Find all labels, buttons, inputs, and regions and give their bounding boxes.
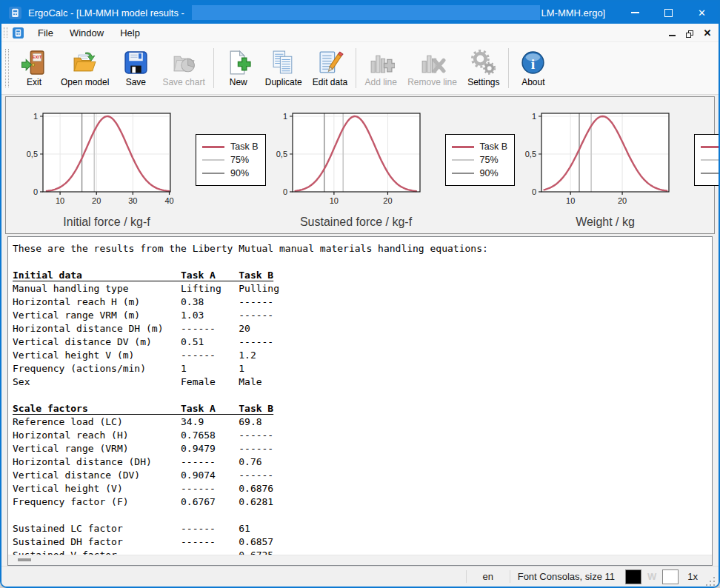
results-line: Scale factors Task A Task B — [13, 402, 712, 415]
app-icon — [9, 7, 21, 19]
chart-legend: Task A75%90% — [694, 134, 720, 186]
tool-label: Open model — [61, 77, 109, 87]
svg-text:10: 10 — [329, 196, 338, 205]
results-line: Vertical height V (m) ------ 1.2 — [13, 349, 712, 362]
results-panel[interactable]: These are the results from the Liberty M… — [7, 236, 713, 566]
legend-entry: 90% — [701, 167, 720, 180]
menu-window[interactable]: Window — [61, 25, 112, 41]
svg-text:0: 0 — [532, 187, 536, 196]
scrollbar-thumb[interactable] — [18, 558, 31, 561]
about-info-icon: i — [519, 49, 547, 76]
title-bar: ErgoCalc - [LM-MMH model results - LM-MM… — [1, 1, 719, 24]
legend-entry: Task B — [202, 140, 259, 153]
results-line: Sustained LC factor ------ 61 — [13, 522, 712, 535]
results-line: Vertical distance DV (m) 0.51 ------ — [13, 335, 712, 349]
mdi-restore-button[interactable] — [684, 27, 695, 38]
chart-weight-kg: 102000,51Weight / kgTask A75%90% — [515, 109, 720, 229]
legend-entry: 75% — [202, 153, 259, 167]
results-line: Vertical distance (DV) 0.9074 ------ — [13, 469, 712, 482]
zoom-level[interactable]: 1x — [687, 571, 698, 582]
results-line: Horizontal distance (DH) ------ 0.76 — [13, 455, 712, 469]
resize-grip[interactable] — [705, 576, 716, 587]
legend-entry: Task B — [452, 140, 508, 153]
legend-label: Task B — [480, 141, 508, 152]
tool-label: Save chart — [162, 77, 204, 87]
results-line: Sustained V factor ------ 0.6725 — [13, 549, 712, 555]
legend-line-sample — [202, 173, 224, 174]
tool-label: Duplicate — [265, 77, 302, 87]
toolbar: EXIT Exit Open model — [1, 42, 719, 95]
svg-text:0,5: 0,5 — [27, 150, 38, 158]
minimize-button[interactable] — [619, 1, 652, 24]
toolbar-grip[interactable] — [5, 49, 9, 87]
legend-line-sample — [701, 146, 720, 148]
exit-button[interactable]: EXIT Exit — [13, 47, 56, 89]
results-text: These are the results from the Liberty M… — [8, 237, 712, 555]
results-line: These are the results from the Liberty M… — [13, 242, 712, 255]
tool-label: New — [230, 77, 247, 87]
menubar-grip[interactable] — [4, 27, 7, 38]
tool-label: Save — [126, 77, 146, 87]
svg-text:0,5: 0,5 — [276, 150, 287, 158]
close-button[interactable]: ✕ — [685, 1, 719, 24]
svg-text:0: 0 — [33, 187, 38, 196]
mdi-close-icon: ✕ — [704, 29, 712, 38]
legend-line-sample — [452, 159, 474, 161]
legend-entry: 75% — [452, 153, 508, 167]
mdi-minimize-button[interactable] — [667, 27, 677, 38]
language-indicator[interactable]: en — [467, 571, 510, 582]
results-line: Initial data Task A Task B — [13, 269, 712, 282]
settings-button[interactable]: Settings — [462, 47, 505, 89]
tool-label: Remove line — [407, 77, 457, 87]
maximize-button[interactable] — [652, 1, 685, 24]
chart-initial-force-kg-f: 1020304000,51Initial force / kg-fTask B7… — [16, 109, 266, 229]
results-line: Manual handling type Lifting Pulling — [13, 282, 712, 295]
maximize-icon — [664, 9, 673, 17]
background-color-swatch[interactable] — [662, 569, 679, 584]
results-line: Frequency factor (F) 0.6767 0.6281 — [13, 495, 712, 509]
legend-entry: Task A — [701, 140, 720, 153]
legend-entry: 90% — [202, 167, 259, 180]
mdi-restore-icon — [686, 30, 693, 38]
gears-icon — [470, 49, 497, 76]
svg-text:40: 40 — [164, 196, 173, 205]
status-bar: en Font Consolas, size 11 W 1x — [1, 566, 719, 587]
chart-sustained-force-kg-f: 102000,51Sustained force / kg-fTask B75%… — [266, 109, 516, 229]
toolbar-separator — [213, 48, 214, 88]
remove-line-icon — [419, 49, 446, 76]
legend-label: 90% — [480, 168, 499, 178]
menu-bar: File Window Help ✕ — [1, 24, 719, 42]
svg-text:1: 1 — [33, 112, 38, 121]
open-model-button[interactable]: Open model — [56, 47, 114, 89]
duplicate-button[interactable]: Duplicate — [260, 47, 307, 89]
results-line: Sex Female Male — [13, 375, 712, 389]
legend-line-sample — [452, 173, 474, 174]
legend-line-sample — [202, 159, 224, 161]
chart-legend: Task B75%90% — [445, 134, 516, 186]
svg-text:10: 10 — [56, 196, 64, 205]
w-label: W — [647, 571, 656, 582]
menu-help[interactable]: Help — [112, 25, 148, 41]
mdi-child-icon — [13, 27, 24, 39]
menu-file[interactable]: File — [30, 25, 61, 41]
save-button[interactable]: Save — [114, 47, 157, 89]
svg-text:0: 0 — [282, 187, 287, 196]
horizontal-scrollbar[interactable] — [8, 555, 712, 565]
distribution-plot: 102000,51 — [266, 109, 426, 214]
font-info[interactable]: Font Consolas, size 11 — [510, 571, 621, 582]
svg-text:EXIT: EXIT — [32, 55, 41, 59]
edit-data-button[interactable]: Edit data — [307, 47, 353, 89]
redacted-file-path — [192, 5, 540, 20]
foreground-color-swatch[interactable] — [625, 569, 641, 584]
close-icon: ✕ — [698, 8, 706, 18]
about-button[interactable]: i About — [512, 47, 555, 89]
chart-xlabel: Sustained force / kg-f — [266, 216, 426, 229]
svg-text:1: 1 — [282, 112, 287, 121]
results-line — [13, 509, 712, 522]
svg-text:20: 20 — [383, 196, 392, 205]
mdi-close-button[interactable]: ✕ — [702, 27, 713, 38]
new-button[interactable]: New — [217, 47, 260, 89]
legend-line-sample — [202, 146, 224, 148]
add-line-icon — [367, 49, 395, 76]
tool-label: Exit — [27, 77, 41, 87]
